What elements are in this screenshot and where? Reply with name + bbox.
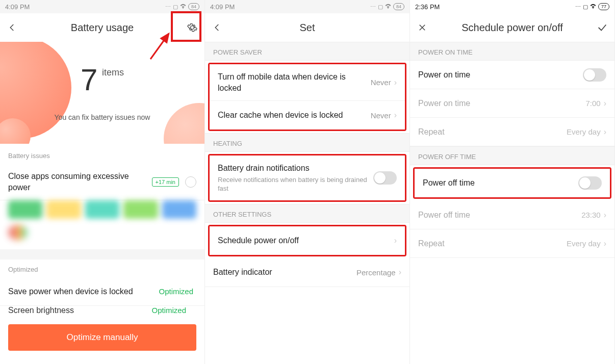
row-close-apps[interactable]: Close apps consuming excessive power +17… bbox=[0, 164, 204, 200]
power-off-time-value: 23:30 bbox=[581, 211, 601, 219]
battery-pct: 77 bbox=[598, 3, 609, 10]
items-label: items bbox=[102, 67, 124, 78]
row-power-off-toggle[interactable]: Power off time bbox=[415, 169, 610, 197]
status-icons: ⋯ ▢ 84 bbox=[165, 3, 199, 10]
wifi-icon bbox=[180, 4, 186, 10]
back-icon[interactable] bbox=[6, 21, 18, 34]
brightness-value: Optimized bbox=[151, 306, 186, 315]
battery-pct: 84 bbox=[393, 3, 404, 10]
screen-battery-usage: 4:09 PM ⋯ ▢ 84 Battery usage 7 items bbox=[0, 0, 205, 364]
chevron-right-icon: › bbox=[604, 239, 606, 248]
row-mobile-data[interactable]: Turn off mobile data when device is lock… bbox=[210, 64, 405, 101]
section-other-settings: OTHER SETTINGS bbox=[205, 204, 409, 223]
status-time: 2:36 PM bbox=[415, 3, 440, 11]
highlight-group-schedule: Schedule power on/off › bbox=[208, 225, 406, 256]
row-clear-cache[interactable]: Clear cache when device is locked Never … bbox=[210, 101, 405, 129]
row-power-off-repeat[interactable]: Repeat Every day › bbox=[410, 229, 614, 258]
items-count: 7 items bbox=[81, 62, 124, 97]
chevron-right-icon: › bbox=[604, 127, 606, 137]
navbar: Schedule power on/off bbox=[410, 13, 614, 42]
status-time: 4:09 PM bbox=[5, 3, 30, 11]
power-off-time-label: Power off time bbox=[418, 210, 581, 221]
sim-icon: ▢ bbox=[173, 4, 178, 10]
gear-icon[interactable] bbox=[186, 21, 198, 34]
section-battery-issues: Battery issues bbox=[0, 144, 204, 164]
optimize-manually-button[interactable]: Optimize manually bbox=[8, 324, 196, 351]
close-apps-label: Close apps consuming excessive power bbox=[8, 171, 152, 193]
battery-pct: 84 bbox=[188, 3, 199, 10]
status-bar: 2:36 PM ⋯ ▢ 77 bbox=[410, 0, 614, 13]
blurred-app-icons bbox=[8, 225, 196, 245]
page-title: Battery usage bbox=[71, 22, 134, 34]
power-on-time-value: 7:00 bbox=[585, 99, 600, 108]
mobile-data-value: Never bbox=[371, 78, 391, 87]
toggle-off-icon[interactable] bbox=[583, 68, 606, 82]
save-power-value: Optimized bbox=[159, 287, 193, 296]
drain-sub: Receive notifications when battery is be… bbox=[218, 176, 373, 193]
power-on-repeat-label: Repeat bbox=[418, 126, 567, 138]
clear-cache-value: Never bbox=[371, 111, 391, 120]
page-title: Schedule power on/off bbox=[462, 22, 563, 34]
section-power-on: POWER ON TIME bbox=[410, 42, 614, 61]
row-power-on-toggle[interactable]: Power on time bbox=[410, 61, 614, 89]
section-heating: HEATING bbox=[205, 133, 409, 152]
sim-icon: ▢ bbox=[583, 4, 588, 10]
more-icon: ⋯ bbox=[575, 4, 581, 10]
row-power-on-repeat[interactable]: Repeat Every day › bbox=[410, 118, 614, 146]
row-power-off-time[interactable]: Power off time 23:30 › bbox=[410, 201, 614, 229]
chevron-right-icon: › bbox=[394, 111, 397, 120]
blurred-app-icons bbox=[8, 200, 196, 221]
screen-schedule-power: 2:36 PM ⋯ ▢ 77 Schedule power on/off POW… bbox=[410, 0, 615, 364]
status-bar: 4:09 PM ⋯ ▢ 84 bbox=[0, 0, 204, 13]
clear-cache-label: Clear cache when device is locked bbox=[218, 110, 371, 121]
chevron-right-icon: › bbox=[604, 211, 606, 220]
status-icons: ⋯ ▢ 77 bbox=[575, 3, 609, 10]
row-schedule-power[interactable]: Schedule power on/off › bbox=[210, 226, 405, 255]
wifi-icon bbox=[590, 4, 596, 10]
power-off-toggle-label: Power off time bbox=[423, 177, 578, 189]
toggle-off-icon[interactable] bbox=[373, 171, 397, 185]
decorative-circle bbox=[164, 103, 204, 144]
toggle-off-icon[interactable] bbox=[578, 176, 602, 190]
mobile-data-label: Turn off mobile data when device is lock… bbox=[218, 71, 371, 93]
row-power-on-time[interactable]: Power on time 7:00 › bbox=[410, 89, 614, 118]
status-time: 4:09 PM bbox=[210, 3, 235, 11]
divider bbox=[0, 249, 204, 259]
save-power-label: Save power when device is locked bbox=[8, 286, 159, 297]
indicator-value: Percentage bbox=[356, 268, 396, 277]
indicator-label: Battery indicator bbox=[213, 267, 356, 278]
items-number: 7 bbox=[81, 62, 97, 97]
power-off-repeat-value: Every day bbox=[567, 239, 601, 248]
power-on-time-label: Power on time bbox=[418, 98, 585, 109]
row-screen-brightness[interactable]: Screen brightness Optimized bbox=[0, 306, 204, 316]
section-power-off: POWER OFF TIME bbox=[410, 146, 614, 165]
section-optimized: Optimized bbox=[0, 259, 204, 277]
row-battery-indicator[interactable]: Battery indicator Percentage › bbox=[205, 258, 409, 287]
time-gain-badge: +17 min bbox=[152, 177, 179, 187]
status-icons: ⋯ ▢ 84 bbox=[370, 3, 404, 10]
row-battery-drain[interactable]: Battery drain notifications Receive noti… bbox=[210, 155, 405, 200]
close-icon[interactable] bbox=[416, 21, 428, 34]
chevron-right-icon: › bbox=[604, 99, 606, 108]
items-subtitle: You can fix battery issues now bbox=[0, 113, 204, 121]
power-on-repeat-value: Every day bbox=[567, 127, 601, 136]
drain-label: Battery drain notifications bbox=[218, 163, 373, 174]
brightness-label: Screen brightness bbox=[8, 306, 74, 315]
schedule-label: Schedule power on/off bbox=[218, 235, 394, 246]
checkmark-icon[interactable] bbox=[596, 21, 608, 34]
sim-icon: ▢ bbox=[378, 4, 383, 10]
more-icon: ⋯ bbox=[165, 4, 171, 10]
radio-unchecked-icon[interactable] bbox=[185, 176, 196, 188]
row-save-power[interactable]: Save power when device is locked Optimiz… bbox=[0, 277, 204, 306]
back-icon[interactable] bbox=[211, 21, 223, 34]
navbar: Battery usage bbox=[0, 13, 204, 42]
navbar: Set bbox=[205, 13, 409, 42]
more-icon: ⋯ bbox=[370, 4, 376, 10]
screen-set: 4:09 PM ⋯ ▢ 84 Set POWER SAVER Turn off … bbox=[205, 0, 410, 364]
chevron-right-icon: › bbox=[394, 236, 397, 245]
highlight-group-power-saver: Turn off mobile data when device is lock… bbox=[208, 63, 406, 131]
power-off-repeat-label: Repeat bbox=[418, 238, 567, 249]
page-title: Set bbox=[299, 22, 315, 34]
hero: 7 items You can fix battery issues now bbox=[0, 42, 204, 144]
highlight-group-heating: Battery drain notifications Receive noti… bbox=[208, 154, 406, 201]
